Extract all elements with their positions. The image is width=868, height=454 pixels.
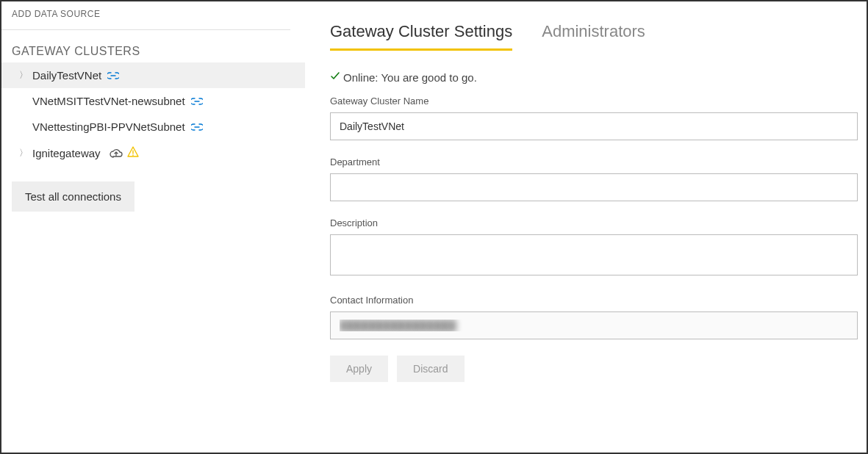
cluster-label: VNettestingPBI-PPVNetSubnet [32, 120, 185, 133]
contact-field-label: Contact Information [330, 295, 858, 306]
cluster-item-vnetmsit[interactable]: 〉 VNetMSITTestVNet-newsubnet [1, 88, 305, 114]
gateway-clusters-heading: GATEWAY CLUSTERS [1, 30, 305, 62]
cluster-label: DailyTestVNet [32, 69, 101, 82]
main-content: Gateway Cluster Settings Administrators … [305, 1, 868, 453]
cluster-item-ignitegateway[interactable]: 〉 Ignitegateway [1, 140, 305, 167]
description-field-label: Description [330, 217, 858, 228]
tab-administrators[interactable]: Administrators [542, 22, 645, 51]
cluster-label: Ignitegateway [32, 147, 101, 159]
cluster-label: VNetMSITTestVNet-newsubnet [32, 95, 185, 107]
check-icon [330, 71, 340, 84]
discard-button[interactable]: Discard [397, 356, 464, 382]
name-field[interactable] [330, 112, 858, 140]
link-icon [191, 98, 203, 105]
chevron-right-icon[interactable]: 〉 [18, 147, 29, 159]
test-all-connections-button[interactable]: Test all connections [12, 181, 134, 212]
link-icon [191, 123, 203, 131]
action-row: Apply Discard [330, 356, 858, 382]
cloud-icon [110, 148, 123, 159]
field-group-contact: Contact Information [330, 295, 858, 339]
status-row: Online: You are good to go. [330, 71, 858, 84]
department-field-label: Department [330, 156, 858, 167]
apply-button[interactable]: Apply [330, 356, 388, 382]
cluster-item-vnettesting[interactable]: 〉 VNettestingPBI-PPVNetSubnet [1, 114, 305, 140]
department-field[interactable] [330, 173, 858, 201]
field-group-name: Gateway Cluster Name [330, 96, 858, 140]
link-icon [107, 72, 119, 79]
tabs: Gateway Cluster Settings Administrators [330, 22, 858, 51]
warning-icon [127, 146, 139, 160]
status-text: Online: You are good to go. [343, 71, 477, 84]
chevron-right-icon[interactable]: 〉 [18, 69, 29, 82]
field-group-description: Description [330, 217, 858, 278]
cluster-list: 〉 DailyTestVNet 〉 VNetMSITTestVNet-newsu… [1, 62, 305, 167]
name-field-label: Gateway Cluster Name [330, 96, 858, 107]
field-group-department: Department [330, 156, 858, 201]
add-data-source-link[interactable]: ADD DATA SOURCE [1, 1, 290, 30]
description-field[interactable] [330, 234, 858, 275]
contact-field[interactable] [330, 311, 858, 339]
sidebar: ADD DATA SOURCE GATEWAY CLUSTERS 〉 Daily… [1, 1, 305, 453]
tab-gateway-cluster-settings[interactable]: Gateway Cluster Settings [330, 22, 512, 51]
cluster-item-dailytestvnet[interactable]: 〉 DailyTestVNet [1, 62, 305, 88]
